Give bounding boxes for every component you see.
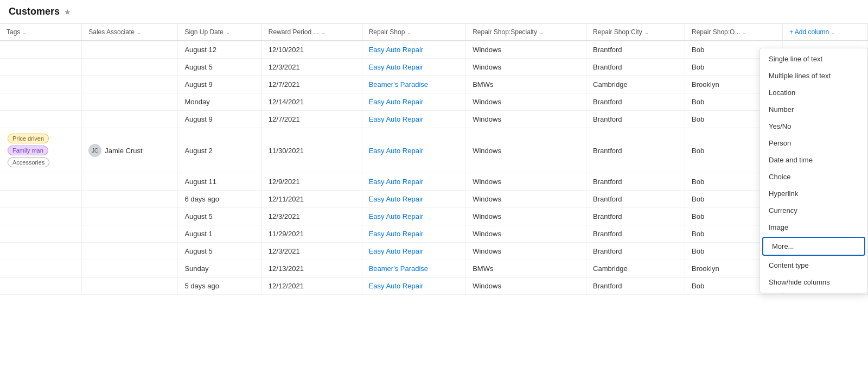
avatar: JC [88,144,101,157]
col-repair-shop[interactable]: Repair Shop ⌄ [362,24,466,41]
cell-sign-up-date: August 9 [178,111,261,128]
tag[interactable]: Family man [8,146,48,155]
cell-repair-shop: Easy Auto Repair [362,59,466,76]
dropdown-item[interactable]: Choice [760,168,867,185]
cell-tags [0,225,82,243]
cell-tags [0,208,82,225]
cell-sales-associate [82,41,178,59]
cell-repair-shop-specialty: Windows [466,225,586,243]
sort-icon-signup: ⌄ [226,29,230,35]
cell-sign-up-date: August 9 [178,76,261,93]
table-header-row: Tags ⌄ Sales Associate ⌄ Sign Up Date ⌄ [0,24,868,41]
cell-sales-associate [82,243,178,260]
cell-repair-shop: Easy Auto Repair [362,111,466,128]
dropdown-item[interactable]: Content type [760,257,867,274]
cell-reward-period: 12/3/2021 [261,59,362,76]
add-column-button[interactable]: + Add column ⌄ [783,24,868,41]
cell-repair-shop-city: Brantford [586,111,685,128]
col-repair-shop-o[interactable]: Repair Shop:O... ⌄ [685,24,783,41]
cell-sign-up-date: 5 days ago [178,278,261,295]
table-row: 5 days ago12/12/2021Easy Auto RepairWind… [0,278,868,295]
cell-repair-shop-specialty: Windows [466,278,586,295]
col-repair-shop-city[interactable]: Repair Shop:City ⌄ [586,24,685,41]
cell-sales-associate [82,76,178,93]
cell-sign-up-date: 6 days ago [178,191,261,208]
dropdown-item[interactable]: Location [760,84,867,101]
cell-sales-associate [82,93,178,111]
cell-repair-shop-city: Cambridge [586,260,685,278]
cell-repair-shop-specialty: BMWs [466,76,586,93]
repair-shop-link[interactable]: Easy Auto Repair [369,282,423,290]
cell-sales-associate [82,173,178,191]
dropdown-item[interactable]: Show/hide columns [760,274,867,291]
table-row: August 1112/9/2021Easy Auto RepairWindow… [0,173,868,191]
repair-shop-link[interactable]: Easy Auto Repair [369,147,423,155]
cell-tags [0,260,82,278]
col-sales-associate[interactable]: Sales Associate ⌄ [82,24,178,41]
repair-shop-link[interactable]: Easy Auto Repair [369,247,423,255]
table-row: August 912/7/2021Beamer's ParadiseBMWsCa… [0,76,868,93]
star-icon[interactable]: ★ [64,8,71,16]
col-sign-up-date[interactable]: Sign Up Date ⌄ [178,24,261,41]
repair-shop-link[interactable]: Beamer's Paradise [369,264,428,273]
tag[interactable]: Price driven [8,134,49,143]
cell-reward-period: 12/7/2021 [261,111,362,128]
sort-icon-city: ⌄ [644,29,649,35]
repair-shop-link[interactable]: Easy Auto Repair [369,178,423,186]
cell-repair-shop-city: Brantford [586,243,685,260]
table-row: August 1212/10/2021Easy Auto RepairWindo… [0,41,868,59]
table-row: August 912/7/2021Easy Auto RepairWindows… [0,111,868,128]
cell-repair-shop-specialty: Windows [466,111,586,128]
cell-repair-shop-city: Brantford [586,173,685,191]
cell-repair-shop-specialty: Windows [466,243,586,260]
dropdown-item[interactable]: Hyperlink [760,185,867,202]
cell-repair-shop: Easy Auto Repair [362,41,466,59]
col-repair-shop-specialty[interactable]: Repair Shop:Specialty ⌄ [466,24,586,41]
dropdown-item[interactable]: More... [762,237,865,256]
dropdown-item[interactable]: Person [760,135,867,152]
cell-sales-associate [82,278,178,295]
repair-shop-link[interactable]: Easy Auto Repair [369,195,423,203]
dropdown-item[interactable]: Single line of text [760,51,867,67]
repair-shop-link[interactable]: Easy Auto Repair [369,98,423,106]
cell-sign-up-date: August 5 [178,208,261,225]
tag[interactable]: Accessories [8,157,49,167]
cell-sales-associate [82,59,178,76]
table-wrapper: Tags ⌄ Sales Associate ⌄ Sign Up Date ⌄ [0,24,868,372]
cell-repair-shop: Easy Auto Repair [362,208,466,225]
cell-sales-associate [82,111,178,128]
dropdown-item[interactable]: Date and time [760,152,867,168]
cell-sign-up-date: August 1 [178,225,261,243]
repair-shop-link[interactable]: Easy Auto Repair [369,230,423,238]
cell-reward-period: 12/7/2021 [261,76,362,93]
cell-repair-shop-specialty: Windows [466,191,586,208]
repair-shop-link[interactable]: Easy Auto Repair [369,46,423,54]
cell-tags [0,278,82,295]
table-row: Sunday12/13/2021Beamer's ParadiseBMWsCam… [0,260,868,278]
cell-tags [0,41,82,59]
col-reward-period[interactable]: Reward Period ... ⌄ [261,24,362,41]
cell-repair-shop-city: Brantford [586,278,685,295]
sales-associate-cell: JCJamie Crust [88,144,171,157]
repair-shop-link[interactable]: Easy Auto Repair [369,63,423,71]
cell-repair-shop-specialty: Windows [466,59,586,76]
dropdown-item[interactable]: Image [760,219,867,236]
cell-reward-period: 12/3/2021 [261,208,362,225]
repair-shop-link[interactable]: Beamer's Paradise [369,80,428,89]
dropdown-item[interactable]: Currency [760,202,867,219]
cell-tags [0,243,82,260]
cell-sales-associate: JCJamie Crust [82,128,178,173]
table-row: 6 days ago12/11/2021Easy Auto RepairWind… [0,191,868,208]
cell-repair-shop-city: Brantford [586,59,685,76]
repair-shop-link[interactable]: Easy Auto Repair [369,115,423,123]
col-tags[interactable]: Tags ⌄ [0,24,82,41]
dropdown-item[interactable]: Yes/No [760,118,867,135]
table-row: Price drivenFamily manAccessoriesJCJamie… [0,128,868,173]
cell-tags [0,76,82,93]
repair-shop-link[interactable]: Easy Auto Repair [369,212,423,220]
cell-sales-associate [82,208,178,225]
dropdown-item[interactable]: Multiple lines of text [760,67,867,84]
dropdown-item[interactable]: Number [760,101,867,118]
cell-repair-shop-specialty: Windows [466,173,586,191]
cell-sign-up-date: August 5 [178,59,261,76]
